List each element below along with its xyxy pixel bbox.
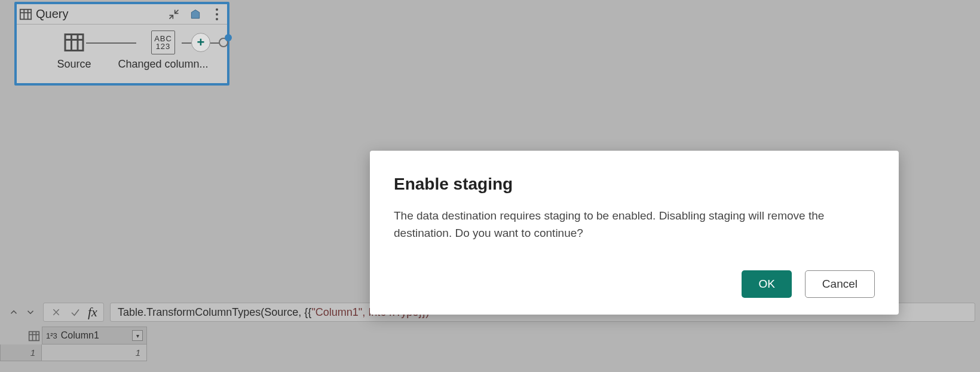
add-step-button[interactable]: + (191, 33, 210, 52)
fx-label: fx (88, 304, 97, 320)
svg-point-6 (216, 18, 218, 20)
table-icon (19, 8, 32, 21)
svg-point-5 (216, 13, 218, 16)
step-source[interactable]: Source (45, 31, 103, 71)
cancel-edit-icon[interactable] (50, 306, 63, 319)
column-header[interactable]: 1²3 Column1 ▾ (42, 327, 147, 344)
svg-point-4 (216, 8, 218, 11)
query-card-body: Source ABC 123 Changed column... + (17, 25, 227, 83)
destination-icon[interactable] (189, 8, 202, 21)
grid-cell[interactable]: 1 (42, 344, 147, 361)
datatype-icon: ABC 123 (151, 31, 175, 54)
query-title: Query (36, 7, 68, 21)
dialog-body: The data destination requires staging to… (394, 207, 860, 242)
grid-corner[interactable] (0, 327, 42, 344)
data-preview-grid: 1²3 Column1 ▾ 1 1 (0, 327, 980, 372)
table-icon (62, 31, 86, 54)
table-icon (27, 330, 41, 343)
step-up-icon[interactable] (7, 306, 20, 319)
confirm-edit-icon[interactable] (69, 306, 82, 319)
row-header[interactable]: 1 (0, 344, 42, 361)
step-down-icon[interactable] (24, 306, 37, 319)
svg-rect-0 (20, 9, 31, 19)
more-options-icon[interactable] (210, 8, 223, 21)
datatype-int-icon[interactable]: 1²3 (46, 331, 57, 340)
svg-rect-11 (29, 332, 39, 341)
step-label: Changed column... (112, 58, 214, 71)
query-card-header: Query (17, 4, 227, 25)
svg-rect-7 (65, 35, 83, 51)
enable-staging-dialog: Enable staging The data destination requ… (370, 151, 899, 315)
dialog-title: Enable staging (394, 175, 875, 194)
selection-handle[interactable] (225, 34, 232, 41)
column-name: Column1 (61, 330, 99, 341)
collapse-icon[interactable] (167, 8, 180, 21)
step-label: Source (45, 58, 103, 71)
column-dropdown-icon[interactable]: ▾ (132, 330, 143, 341)
cancel-button[interactable]: Cancel (805, 270, 875, 298)
formula-code: Table.TransformColumnTypes(Source, {{ (118, 306, 311, 319)
query-card[interactable]: Query Source (14, 2, 229, 86)
ok-button[interactable]: OK (742, 270, 791, 298)
